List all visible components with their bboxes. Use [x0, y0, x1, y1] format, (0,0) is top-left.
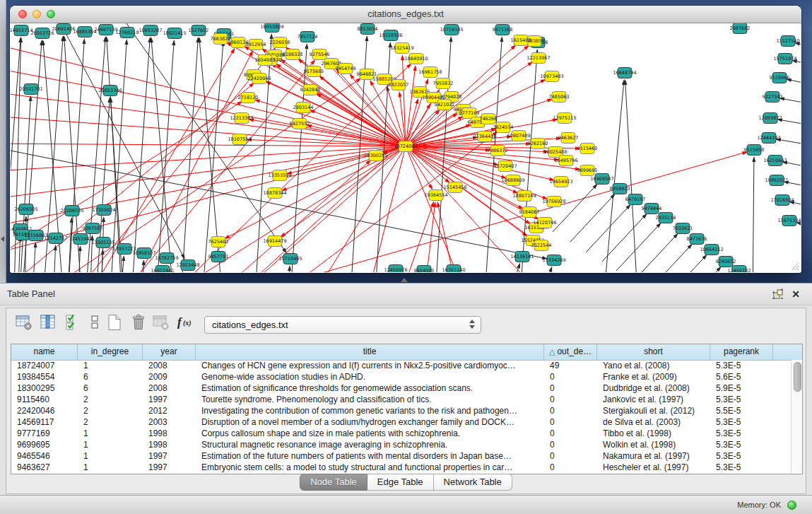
- table-selector-dropdown[interactable]: citations_edges.txt: [204, 316, 481, 334]
- column-header-out_de[interactable]: △out_de…: [544, 344, 597, 360]
- graph-node[interactable]: 19218506: [379, 30, 402, 41]
- graph-node[interactable]: 16210643: [763, 156, 787, 166]
- graph-node[interactable]: 10653287: [139, 25, 162, 36]
- table-row[interactable]: 977716911998Corpus callosum shape and si…: [11, 428, 791, 439]
- table-options-button[interactable]: [15, 313, 35, 333]
- graph-node[interactable]: 8471676: [687, 234, 707, 245]
- graph-node[interactable]: 8813054: [358, 24, 378, 35]
- function-builder-button[interactable]: f (x): [176, 313, 196, 333]
- graph-node[interactable]: 9097587: [83, 223, 103, 234]
- graph-node[interactable]: 15718485: [278, 254, 302, 264]
- column-header-name[interactable]: name: [11, 344, 78, 360]
- column-header-in_degree[interactable]: in_degree: [78, 344, 143, 360]
- graph-node[interactable]: 2987682: [730, 23, 751, 34]
- row-height-button[interactable]: [86, 313, 105, 333]
- graph-node[interactable]: 3624554: [493, 122, 514, 133]
- network-canvas[interactable]: 1405571420553726206914061688530424697139…: [11, 23, 801, 272]
- graph-node[interactable]: 12975115: [553, 113, 576, 124]
- graph-node[interactable]: 9474444: [642, 204, 662, 214]
- graph-node[interactable]: 9463627: [558, 133, 579, 144]
- graph-node[interactable]: 15751074: [773, 54, 796, 64]
- graph-node[interactable]: 1527602: [189, 25, 209, 36]
- graph-node[interactable]: 18325419: [390, 43, 413, 54]
- graph-node[interactable]: 2803144: [293, 103, 314, 113]
- graph-node[interactable]: 2226058: [270, 37, 290, 48]
- graph-node[interactable]: 9129966: [770, 73, 790, 83]
- graph-node[interactable]: 20053346: [98, 86, 122, 96]
- tab-edge-table[interactable]: Edge Table: [367, 474, 434, 491]
- graph-node[interactable]: 13353594: [268, 170, 291, 181]
- graph-node[interactable]: 2935114: [656, 213, 676, 223]
- graph-node[interactable]: 10654112: [700, 245, 723, 255]
- graph-node[interactable]: 12444193: [757, 133, 780, 144]
- table-row[interactable]: 1872400712008Changes of HCN gene express…: [11, 360, 791, 371]
- graph-node[interactable]: 18107554: [228, 134, 251, 145]
- graph-node[interactable]: 9671388: [493, 25, 513, 35]
- graph-node[interactable]: 12923448: [176, 260, 199, 271]
- graph-node[interactable]: 9184067: [519, 207, 540, 218]
- column-header-short[interactable]: short: [597, 344, 710, 360]
- table-row[interactable]: 2242004622012Investigating the contribut…: [11, 405, 791, 416]
- graph-node[interactable]: 11451942: [69, 234, 92, 245]
- graph-node[interactable]: 16914479: [263, 236, 286, 247]
- graph-node[interactable]: 10807489: [507, 131, 530, 141]
- graph-node[interactable]: 16053809: [260, 23, 283, 33]
- graph-node[interactable]: 8186328: [283, 49, 303, 60]
- graph-node[interactable]: 12213967: [526, 53, 550, 64]
- graph-node[interactable]: 2718120: [238, 93, 259, 103]
- graph-node[interactable]: 10688609: [501, 175, 524, 186]
- select-attributes-button[interactable]: [64, 313, 84, 333]
- graph-node[interactable]: 18640910: [404, 54, 428, 64]
- graph-node[interactable]: 8958923: [610, 184, 630, 194]
- float-window-icon[interactable]: [772, 288, 784, 300]
- graph-node[interactable]: 9175685: [304, 66, 324, 77]
- graph-node[interactable]: 18021415: [163, 28, 186, 39]
- graph-node[interactable]: 7632621: [673, 223, 693, 234]
- table-row[interactable]: 946362711997Embryonic stem cells: a mode…: [11, 462, 791, 473]
- graph-node[interactable]: 16961758: [418, 67, 442, 78]
- graph-node[interactable]: 9115460: [577, 144, 598, 154]
- graph-node[interactable]: 16351240: [442, 265, 465, 273]
- graph-node[interactable]: 5822057: [389, 80, 409, 90]
- graph-node[interactable]: 9924505: [414, 266, 435, 273]
- graph-node[interactable]: 7986372: [488, 146, 508, 156]
- graph-node[interactable]: 8427552: [290, 119, 310, 129]
- graph-node[interactable]: 1654983: [255, 55, 276, 66]
- delete-column-button[interactable]: [129, 313, 149, 333]
- left-panel-divider[interactable]: [0, 0, 6, 283]
- window-titlebar[interactable]: citations_edges.txt: [10, 6, 801, 23]
- tab-network-table[interactable]: Network Table: [434, 474, 512, 491]
- graph-node[interactable]: 19992071: [765, 175, 788, 186]
- graph-node[interactable]: 9245652: [716, 257, 736, 267]
- graph-node[interactable]: 5421022: [435, 100, 455, 110]
- graph-node[interactable]: 9699695: [577, 165, 598, 176]
- column-header-pagerank[interactable]: pagerank: [710, 344, 773, 360]
- graph-node[interactable]: 15145456: [443, 182, 466, 193]
- column-header-year[interactable]: year: [143, 344, 196, 360]
- graph-node[interactable]: 20531701: [19, 84, 42, 95]
- graph-node[interactable]: 16648794: [613, 68, 636, 78]
- graph-node[interactable]: 746266: [480, 114, 498, 124]
- show-columns-button[interactable]: [39, 313, 59, 333]
- graph-node[interactable]: 7625402: [208, 237, 229, 247]
- graph-node[interactable]: 12450926: [384, 265, 407, 273]
- close-panel-icon[interactable]: ✕: [789, 287, 802, 301]
- graph-node[interactable]: 6479197: [625, 194, 646, 205]
- graph-node[interactable]: 1615483: [511, 35, 531, 46]
- graph-node[interactable]: 7955812: [433, 78, 454, 89]
- table-row[interactable]: 946554611997Estimation of the future num…: [11, 450, 791, 462]
- graph-node[interactable]: 11127540: [776, 36, 799, 47]
- graph-node[interactable]: 7857224: [298, 32, 318, 42]
- graph-node[interactable]: 2522544: [531, 240, 552, 251]
- scrollbar-thumb[interactable]: [794, 362, 801, 392]
- graph-node[interactable]: 9115958: [744, 145, 765, 156]
- graph-node[interactable]: 20553726: [30, 28, 54, 39]
- table-row[interactable]: 1830029562008Estimation of significance …: [11, 382, 791, 394]
- graph-node[interactable]: 12093872: [758, 113, 782, 124]
- graph-node[interactable]: 15720407: [493, 161, 517, 172]
- tab-node-table[interactable]: Node Table: [300, 474, 367, 491]
- graph-node[interactable]: 16885304: [73, 27, 96, 37]
- graph-node[interactable]: 9242848: [300, 85, 321, 95]
- table-row[interactable]: 911546021997Tourette syndrome. Phenomeno…: [11, 394, 791, 405]
- table-row[interactable]: 1938455462009Genome-wide association stu…: [11, 371, 791, 382]
